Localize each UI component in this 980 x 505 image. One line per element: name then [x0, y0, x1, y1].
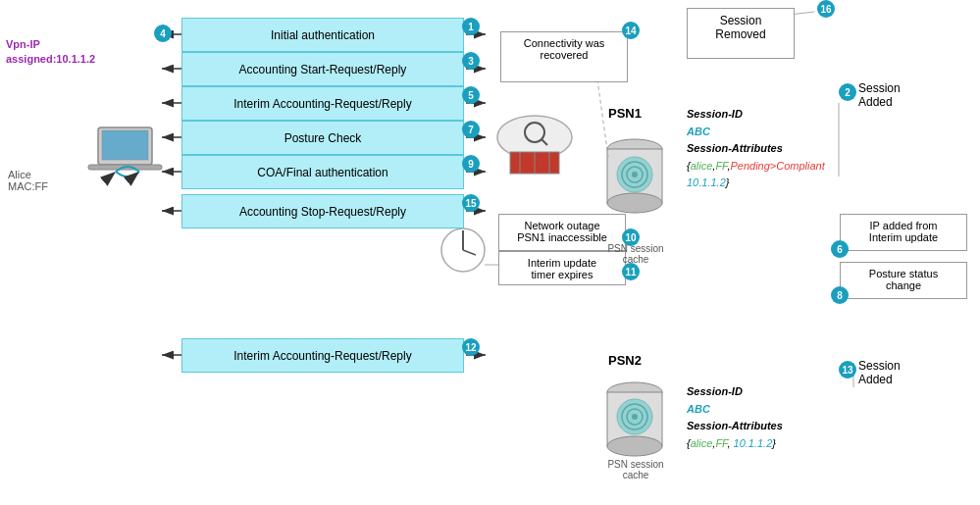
step-9-circle: 9	[462, 155, 480, 173]
msg-initial-auth: Initial authentication	[181, 18, 464, 52]
svg-point-16	[607, 193, 662, 213]
svg-rect-36	[88, 165, 162, 170]
session-attr-top: Session-Attributes	[687, 140, 825, 158]
session-added-top: Session Added	[858, 81, 901, 109]
posture-box: Posture statuschange	[840, 262, 967, 299]
svg-rect-37	[102, 130, 148, 160]
step-2-circle: 2	[839, 83, 856, 101]
svg-rect-35	[98, 127, 152, 165]
msg-acct-stop: Accounting Stop-Request/Reply	[181, 194, 464, 228]
session-info-top: 2 Session Added Session-ID ABC Session-A…	[687, 83, 825, 192]
psn2-label: PSN2	[608, 353, 642, 368]
step-6-circle: 6	[831, 240, 849, 258]
session-abc-top: ABC	[687, 124, 825, 141]
svg-point-23	[632, 172, 638, 177]
psn-session-cache-bottom: PSN sessioncache	[601, 459, 670, 480]
msg-coa: COA/Final authentication	[181, 155, 464, 189]
svg-point-17	[607, 382, 662, 402]
msg-interim-acct: Interim Accounting-Request/Reply	[181, 86, 464, 121]
svg-line-40	[463, 250, 476, 255]
msg-interim-acct-bottom: Interim Accounting-Request/Reply	[181, 338, 464, 373]
step-12-circle: 12	[462, 338, 480, 356]
session-id-label-bottom: Session-ID	[687, 383, 783, 401]
svg-rect-29	[510, 152, 559, 174]
svg-rect-18	[607, 392, 662, 446]
ip-added-box: IP added fromInterim update	[840, 214, 967, 251]
step-14-circle: 14	[622, 22, 640, 39]
step-15-circle: 15	[462, 194, 480, 212]
step-7-circle: 7	[462, 121, 480, 138]
svg-line-34	[542, 139, 547, 145]
svg-point-27	[632, 414, 638, 420]
diagram: Vpn-IPassigned:10.1.1.2 AliceMAC:FF 4 In…	[0, 0, 980, 505]
msg-posture-check: Posture Check	[181, 121, 464, 155]
svg-point-14	[607, 139, 662, 159]
psn-session-cache-top: PSN sessioncache	[601, 243, 670, 265]
session-attr-bottom: Session-Attributes	[687, 418, 783, 435]
step-11-circle: 11	[622, 263, 640, 280]
svg-point-28	[497, 116, 572, 159]
session-added-bottom: Session Added	[858, 359, 901, 386]
step-13-circle: 13	[839, 361, 856, 379]
svg-point-33	[525, 123, 544, 142]
svg-rect-15	[607, 149, 662, 203]
step-8-circle: 8	[831, 286, 849, 304]
session-removed-box: SessionRemoved	[687, 8, 795, 59]
step-4-circle: 4	[154, 25, 172, 42]
vpn-label: Vpn-IPassigned:10.1.1.2	[6, 37, 95, 68]
step-16-circle: 16	[817, 0, 835, 18]
svg-point-22	[627, 167, 643, 182]
svg-point-19	[607, 436, 662, 456]
session-info-bottom: 13 Session Added Session-ID ABC Session-…	[687, 361, 783, 452]
alice-label: AliceMAC:FF	[8, 169, 48, 192]
connectivity-box: Connectivity wasrecovered	[500, 31, 628, 82]
svg-point-21	[622, 162, 647, 187]
svg-point-26	[627, 409, 643, 425]
svg-point-38	[441, 228, 485, 272]
psn1-label: PSN1	[608, 106, 642, 121]
svg-point-20	[617, 157, 652, 192]
session-abc-bottom: ABC	[687, 401, 783, 419]
step-5-circle: 5	[462, 86, 480, 104]
msg-acct-start: Accounting Start-Request/Reply	[181, 52, 464, 86]
step-10-circle: 10	[622, 228, 640, 246]
step-1-circle: 1	[462, 18, 480, 35]
svg-point-24	[617, 399, 652, 434]
step-3-circle: 3	[462, 52, 480, 70]
session-val-bottom: {alice,FF, 10.1.1.2}	[687, 435, 783, 453]
session-val-top: {alice,FF,Pending>Compliant 10.1.1.2}	[687, 158, 825, 192]
svg-point-25	[622, 404, 647, 429]
session-id-label-top: Session-ID	[687, 106, 825, 124]
